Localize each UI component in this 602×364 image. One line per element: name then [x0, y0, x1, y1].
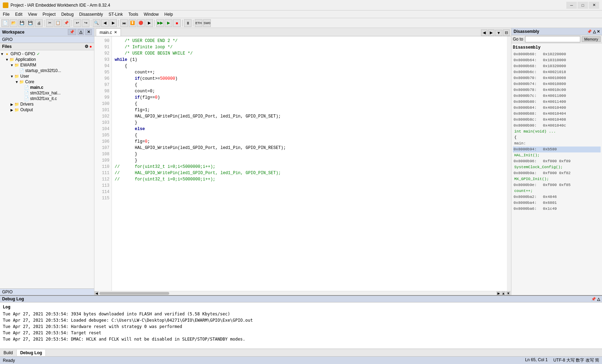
menu-item-file[interactable]: File: [0, 11, 12, 17]
memory-button[interactable]: Memory: [582, 36, 601, 42]
run-button[interactable]: ▶: [145, 19, 153, 27]
code-fold-button[interactable]: ⊟: [503, 29, 510, 36]
menu-item-project[interactable]: Project: [40, 11, 58, 17]
menu-item-window[interactable]: Window: [141, 11, 162, 17]
hscroll-thumb[interactable]: [99, 292, 169, 295]
horizontal-scrollbar[interactable]: ◀ ▶ ▲ ▼: [94, 291, 511, 295]
save-button[interactable]: 💾: [18, 19, 26, 27]
gpio-selector-bar[interactable]: GPIO: [0, 36, 94, 43]
tree-arrow[interactable]: ▼: [5, 58, 9, 62]
save-all-button[interactable]: 💾: [27, 19, 34, 27]
search-button[interactable]: 🔍: [93, 19, 100, 27]
tree-arrow[interactable]: ▶: [10, 102, 14, 106]
close-button[interactable]: ✕: [589, 2, 599, 9]
nav-next-button[interactable]: ▶: [109, 19, 117, 27]
paste-button[interactable]: 📌: [63, 19, 70, 27]
workspace-expand-button[interactable]: △: [78, 29, 84, 35]
gpio-selector-label: GPIO: [2, 37, 13, 42]
tree-item[interactable]: ▼📁Application: [0, 57, 94, 62]
debug-log-content[interactable]: Log Tue Apr 27, 2021 20:53:54: 3934 byte…: [0, 302, 602, 349]
code-line: }: [115, 120, 504, 126]
disasm-close-icon[interactable]: ✕: [597, 29, 600, 34]
tree-item[interactable]: 📄stm32f1xx_it.c: [0, 96, 94, 101]
step-into-button[interactable]: ⏬: [129, 19, 136, 27]
hscroll-right-btn[interactable]: ▶: [496, 291, 501, 295]
workspace-pin-button[interactable]: 📌: [68, 29, 76, 35]
files-dot-icon[interactable]: ●: [89, 44, 92, 49]
tree-item[interactable]: ▶📁Output: [0, 107, 94, 113]
workspace-close-button[interactable]: ✕: [85, 29, 92, 35]
line-number: 104: [94, 126, 109, 132]
disasm-row: 0x8000b70:0x40010008: [513, 75, 601, 81]
status-ready: Ready: [3, 358, 15, 363]
disassembly-content[interactable]: Disassembly0x8000b60:0x102200000x8000b64…: [511, 43, 602, 295]
hscroll-up-btn[interactable]: ▲: [501, 291, 506, 295]
files-settings-icon[interactable]: ⚙: [85, 44, 88, 49]
debug-log-pin-icon[interactable]: 📌: [591, 297, 596, 301]
debug-step-button[interactable]: ▶: [165, 19, 172, 27]
tree-arrow[interactable]: ▼: [10, 74, 14, 78]
line-number: 93: [94, 57, 109, 63]
open-file-button[interactable]: 📂: [10, 19, 17, 27]
debug-log-expand-icon[interactable]: △: [597, 297, 600, 301]
line-number: 99: [94, 94, 109, 101]
tree-item[interactable]: 📄main.c: [0, 85, 94, 90]
bottom-tab-build[interactable]: Build: [0, 350, 17, 356]
step-over-button[interactable]: ⏭: [120, 19, 128, 27]
tree-item[interactable]: ▼📁User: [0, 73, 94, 79]
menu-item-view[interactable]: View: [25, 11, 40, 17]
new-file-button[interactable]: 📄: [1, 19, 9, 27]
debug-run-button[interactable]: ▶▶: [156, 19, 164, 27]
undo-button[interactable]: ↩: [73, 19, 81, 27]
disasm-row: 0x8000b80:0x40011400: [513, 99, 601, 105]
tab-scroll-left[interactable]: ◀: [481, 29, 487, 36]
tree-item[interactable]: ▶📁Drivers: [0, 101, 94, 107]
breakpoint-button[interactable]: 🔴: [137, 19, 145, 27]
menu-item-tools[interactable]: Tools: [126, 11, 141, 17]
tree-item[interactable]: ▼📁EWARM: [0, 62, 94, 68]
hscroll-down-btn[interactable]: ▼: [506, 291, 510, 295]
goto-input[interactable]: [525, 36, 580, 42]
menu-item-help[interactable]: Help: [162, 11, 176, 17]
eth-indicator: ETH: [195, 19, 202, 27]
tab-scroll-right[interactable]: ▶: [488, 29, 494, 36]
line-number: 95: [94, 69, 109, 76]
redo-button[interactable]: ↪: [82, 19, 89, 27]
tree-label: stm32f1xx_it.c: [30, 96, 57, 101]
cut-button[interactable]: ✂: [46, 19, 53, 27]
menu-item-edit[interactable]: Edit: [12, 11, 25, 17]
menu-item-debug[interactable]: Debug: [58, 11, 76, 17]
tree-arrow[interactable]: ▼: [0, 52, 4, 56]
copy-button[interactable]: 📋: [54, 19, 62, 27]
print-button[interactable]: 🖨: [35, 19, 43, 27]
tab-menu-button[interactable]: ▼: [495, 30, 502, 36]
tree-item[interactable]: 📄startup_stm32f10...: [0, 68, 94, 73]
tree-arrow[interactable]: ▼: [10, 63, 14, 67]
debug-stop-button[interactable]: ■: [173, 19, 181, 27]
tree-item[interactable]: 📄stm32f1xx_hal...: [0, 90, 94, 96]
main-area: Workspace 📌 △ ✕ GPIO Files ⚙ ● ▼●GPIO - …: [0, 28, 602, 295]
menu-item-st-link[interactable]: ST-Link: [106, 11, 126, 17]
code-content[interactable]: /* USER CODE END 2 */ /* Infinite loop *…: [112, 36, 507, 291]
menu-item-disassembly[interactable]: Disassembly: [77, 11, 106, 17]
tab-close-icon[interactable]: ✕: [114, 30, 117, 35]
hscroll-left-btn[interactable]: ◀: [94, 291, 99, 295]
minimize-button[interactable]: ─: [566, 2, 577, 9]
tree-icon: 📁: [9, 57, 15, 62]
tree-item[interactable]: ▼📁Core: [0, 79, 94, 85]
disasm-expand-icon[interactable]: △: [593, 29, 596, 34]
tree-arrow[interactable]: ▼: [15, 80, 19, 84]
debug-pause-button[interactable]: ⏸: [184, 19, 192, 27]
toolbar-separator-7: [193, 20, 193, 27]
maximize-button[interactable]: □: [578, 2, 588, 9]
nav-prev-button[interactable]: ◀: [101, 19, 109, 27]
tree-label: Application: [15, 57, 36, 62]
bottom-area: Debug Log 📌 △ Log Tue Apr 27, 2021 20:53…: [0, 295, 602, 356]
disasm-pin-icon[interactable]: 📌: [587, 29, 592, 34]
code-scrollbar[interactable]: [507, 36, 511, 291]
tree-item[interactable]: ▼●GPIO - GPIO✓: [0, 51, 94, 57]
bottom-tab-debug-log[interactable]: Debug Log: [17, 350, 46, 356]
line-number: 107: [94, 145, 109, 151]
tree-arrow[interactable]: ▶: [10, 108, 14, 112]
tab-main-c[interactable]: main.c ✕: [96, 28, 121, 36]
